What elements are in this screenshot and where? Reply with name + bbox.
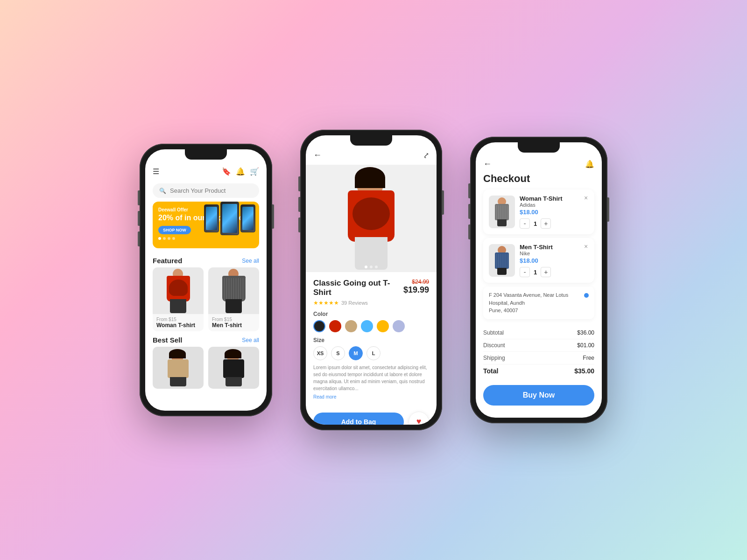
bs-legs-2 <box>226 377 242 386</box>
subtotal-label: Subtotal <box>483 329 504 336</box>
phone-1-screen: ☰ 🔖 🔔 🛒 🔍 Deewall Offer 20% of in our al… <box>145 149 267 411</box>
bookmark-icon[interactable]: 🔖 <box>222 167 231 176</box>
discount-label: Discount <box>483 342 505 349</box>
checkout-item-1: Woman T-Shirt Adidas $18.00 - 1 + × <box>483 189 594 234</box>
detail-share-icon[interactable]: ⤤ <box>423 151 429 160</box>
cart-icon[interactable]: 🛒 <box>250 167 259 176</box>
item-2-remove-button[interactable]: × <box>581 242 591 251</box>
order-summary: Subtotal $36.00 Discount $01.00 Shipping… <box>476 323 602 381</box>
promo-banner: Deewall Offer 20% of in our all products… <box>153 202 259 248</box>
featured-see-all[interactable]: See all <box>242 258 259 264</box>
img-dot-2[interactable] <box>370 266 373 268</box>
checkout-back-icon[interactable]: ← <box>483 159 492 169</box>
phones-container: ☰ 🔖 🔔 🛒 🔍 Deewall Offer 20% of in our al… <box>140 130 607 430</box>
color-black[interactable] <box>313 320 325 332</box>
notch-2 <box>350 135 392 146</box>
menu-icon[interactable]: ☰ <box>153 167 159 176</box>
add-to-bag-button[interactable]: Add to Bag <box>313 413 404 425</box>
featured-product-2[interactable]: From $15 Men T-shirt <box>208 267 259 331</box>
product-2-from: From $15 <box>212 317 255 322</box>
best-sell-see-all[interactable]: See all <box>242 337 259 343</box>
old-price: $24.99 <box>403 279 429 285</box>
home-header: ☰ 🔖 🔔 🛒 <box>145 163 267 180</box>
product-description: Lorem ipsum dolor sit amet, consectetur … <box>313 364 429 392</box>
detail-footer: Add to Bag ♥ <box>306 407 437 425</box>
sizes-row: XS S M L <box>313 346 429 360</box>
item-1-info: Woman T-Shirt Adidas $18.00 - 1 + <box>520 195 589 229</box>
checkout-screen: ← 🔔 Checkout Woman T-Shirt <box>476 142 602 418</box>
img-dot-3[interactable] <box>375 266 378 268</box>
featured-product-1-img <box>153 267 204 314</box>
shop-now-button[interactable]: SHOP NOW <box>158 226 191 234</box>
best-sell-header: Best Sell See all <box>145 331 267 347</box>
featured-title: Featured <box>153 257 182 265</box>
star-rating: ★★★★★ <box>313 300 339 306</box>
color-blue[interactable] <box>361 320 373 332</box>
product-1-name: Woman T-shirt <box>156 322 200 329</box>
dot-2[interactable] <box>163 237 166 240</box>
search-input[interactable] <box>170 187 253 194</box>
item-1-brand: Adidas <box>520 202 589 208</box>
address-line2: Pune, 40007 <box>489 308 518 313</box>
mini-woman-legs <box>497 219 507 226</box>
bs-legs-1 <box>170 377 186 386</box>
item-2-plus-button[interactable]: + <box>541 267 551 277</box>
dot-3[interactable] <box>168 237 170 240</box>
phone-3: ← 🔔 Checkout Woman T-Shirt <box>470 137 607 423</box>
size-l[interactable]: L <box>366 346 381 360</box>
item-1-remove-button[interactable]: × <box>581 193 591 203</box>
mini-woman-figure <box>494 197 510 226</box>
item-2-name: Men T-Shirt <box>520 244 589 251</box>
buy-now-button[interactable]: Buy Now <box>483 385 594 406</box>
read-more-link[interactable]: Read more <box>313 394 336 399</box>
mini-man-legs <box>497 268 507 275</box>
search-bar[interactable]: 🔍 <box>153 183 259 198</box>
big-woman-hair <box>355 167 385 188</box>
product-detail-name: Classic Going out T-Shirt <box>313 279 403 298</box>
color-lavender[interactable] <box>393 320 405 332</box>
item-2-image <box>489 244 515 277</box>
address-line1: F 204 Vasanta Avenue, Near Lotus Hospita… <box>489 292 568 306</box>
mini-man-shirt <box>495 252 509 269</box>
bs-figure-2 <box>221 349 247 386</box>
size-s[interactable]: S <box>331 346 345 360</box>
item-2-brand: Nike <box>520 251 589 256</box>
color-red[interactable] <box>329 320 341 332</box>
size-m[interactable]: M <box>349 346 363 360</box>
dot-4[interactable] <box>172 237 175 240</box>
img-dot-1[interactable] <box>365 266 367 268</box>
item-1-price: $18.00 <box>520 209 589 216</box>
checkout-header: ← 🔔 <box>476 155 602 171</box>
phone-img-1 <box>204 204 219 232</box>
best-sell-product-1[interactable] <box>153 347 204 389</box>
bell-icon[interactable]: 🔔 <box>236 167 245 176</box>
search-icon: 🔍 <box>159 188 166 194</box>
detail-back-icon[interactable]: ← <box>313 150 322 160</box>
shipping-value: Free <box>583 355 594 361</box>
checkout-bell-icon[interactable]: 🔔 <box>585 160 594 168</box>
item-1-minus-button[interactable]: - <box>520 218 530 229</box>
dot-1[interactable] <box>158 237 161 240</box>
color-yellow[interactable] <box>377 320 389 332</box>
item-1-plus-button[interactable]: + <box>541 218 551 229</box>
detail-img-dots <box>365 266 378 268</box>
item-2-quantity: 1 <box>534 269 537 276</box>
color-tan[interactable] <box>345 320 357 332</box>
woman-shirt <box>167 276 190 301</box>
mini-woman-shirt <box>495 204 509 220</box>
shipping-row: Shipping Free <box>483 352 594 364</box>
wishlist-button[interactable]: ♥ <box>409 412 429 425</box>
discount-value: $01.00 <box>577 342 594 349</box>
phone-1: ☰ 🔖 🔔 🛒 🔍 Deewall Offer 20% of in our al… <box>140 144 272 416</box>
best-sell-product-2[interactable] <box>208 347 259 389</box>
item-2-qty-controls: - 1 + <box>520 267 589 277</box>
phone-2-screen: ← ⤤ <box>306 135 437 425</box>
total-row: Total $35.00 <box>483 364 594 378</box>
item-2-minus-button[interactable]: - <box>520 267 530 277</box>
featured-product-1[interactable]: From $15 Woman T-shirt <box>153 267 204 331</box>
product-2-name: Men T-shirt <box>212 322 255 329</box>
review-count: 39 Reviews <box>341 300 368 306</box>
size-xs[interactable]: XS <box>313 346 327 360</box>
detail-product-image <box>306 165 437 272</box>
phone-2: ← ⤤ <box>300 130 442 430</box>
